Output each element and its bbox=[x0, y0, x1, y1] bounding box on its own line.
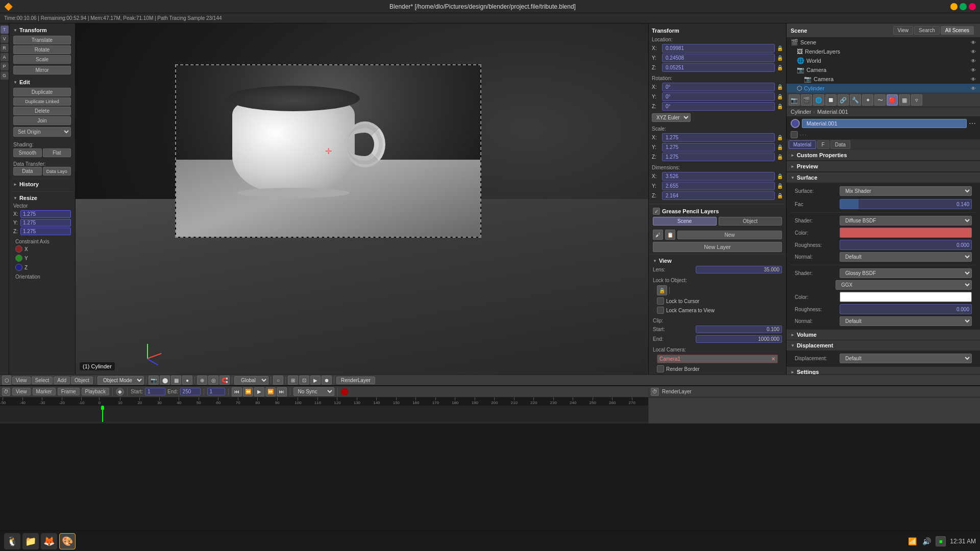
join-button[interactable]: Join bbox=[13, 116, 71, 125]
tl-marker-btn[interactable]: Marker bbox=[33, 388, 56, 395]
data-button[interactable]: Data bbox=[13, 167, 42, 176]
minimize-button[interactable] bbox=[950, 3, 958, 10]
tl-playback-btn[interactable]: Playback bbox=[82, 388, 110, 395]
dim-x-lock[interactable]: 🔒 bbox=[777, 173, 783, 179]
tool-relations[interactable]: R bbox=[1, 44, 9, 52]
vp-render-icon[interactable]: ⬡ bbox=[2, 375, 11, 385]
color2-picker[interactable] bbox=[840, 292, 972, 302]
vp-xray-btn[interactable]: ⊡ bbox=[299, 375, 309, 385]
delete-button[interactable]: Delete bbox=[13, 107, 71, 115]
data-layo-button[interactable]: Data Layo bbox=[43, 167, 71, 176]
world-eye[interactable]: 👁 bbox=[971, 58, 976, 64]
volume-section[interactable]: ► Volume bbox=[787, 330, 980, 340]
fac-slider[interactable]: 0.140 bbox=[840, 199, 972, 209]
tl-icon[interactable]: ⏱ bbox=[2, 388, 10, 396]
render-border-check[interactable] bbox=[657, 365, 664, 372]
scale-x-field[interactable]: 1.275 bbox=[662, 133, 775, 142]
dim-y-lock[interactable]: 🔒 bbox=[777, 183, 783, 189]
camera-child-eye[interactable]: 👁 bbox=[971, 77, 976, 82]
scale-z-field[interactable]: 1.275 bbox=[662, 153, 775, 161]
tl-current-frame[interactable] bbox=[207, 388, 225, 395]
duplicate-linked-button[interactable]: Duplicate Linked bbox=[13, 97, 71, 106]
roughness2-slider[interactable]: 0.000 bbox=[840, 304, 972, 314]
rot-x-field[interactable]: 0° bbox=[662, 83, 775, 91]
normal1-select[interactable]: Default bbox=[840, 252, 972, 262]
tl-jump-end-btn[interactable]: ⏭ bbox=[277, 387, 287, 396]
tool-grease[interactable]: G bbox=[1, 71, 9, 80]
app-browser[interactable]: 🦊 bbox=[41, 533, 57, 549]
surface-select[interactable]: Mix Shader bbox=[840, 186, 972, 196]
dim-y-field[interactable]: 2.655 bbox=[662, 182, 775, 190]
vp-multi-btn[interactable]: ⊞ bbox=[288, 375, 298, 385]
scale-button[interactable]: Scale bbox=[13, 55, 71, 64]
vp-texture-btn[interactable]: ▦ bbox=[171, 375, 181, 385]
material-options[interactable]: ⋯ bbox=[969, 119, 976, 128]
volume-icon[interactable]: 🔊 bbox=[921, 536, 932, 546]
rot-x-lock[interactable]: 🔒 bbox=[777, 84, 783, 90]
tl-keyframe-red[interactable] bbox=[341, 388, 348, 395]
surface-section-header[interactable]: ▼ Surface bbox=[787, 172, 980, 183]
vp-global-select[interactable]: Global bbox=[234, 376, 268, 385]
timeline-track[interactable] bbox=[0, 406, 648, 422]
tool-view[interactable]: V bbox=[1, 35, 9, 43]
gp-new-button[interactable]: New bbox=[677, 231, 782, 239]
x-val[interactable]: 1.275 bbox=[20, 210, 71, 218]
shader2-select[interactable]: Glossy BSDF bbox=[840, 268, 972, 278]
outline-camera-parent[interactable]: 📷 Camera 👁 bbox=[787, 65, 980, 74]
close-button[interactable] bbox=[969, 3, 976, 10]
displacement-select[interactable]: Default bbox=[840, 354, 972, 363]
flat-button[interactable]: Flat bbox=[43, 148, 71, 157]
grease-pencil-header[interactable]: ✓ Grease Pencil Layers bbox=[653, 207, 782, 216]
lens-field[interactable]: 35.000 bbox=[696, 266, 782, 273]
tl-sync-select[interactable]: No Sync bbox=[293, 387, 334, 396]
render-props-icon[interactable]: 📷 bbox=[789, 94, 800, 106]
x-constraint-button[interactable] bbox=[15, 245, 22, 253]
clip-start-field[interactable]: 0.100 bbox=[696, 325, 782, 333]
vp-snap-btn[interactable]: 🧲 bbox=[219, 375, 230, 385]
clip-end-field[interactable]: 1000.000 bbox=[696, 335, 782, 343]
dim-x-field[interactable]: 3.526 bbox=[662, 172, 775, 181]
scale-y-lock[interactable]: 🔒 bbox=[777, 144, 783, 150]
outline-world[interactable]: 🌐 World 👁 bbox=[787, 56, 980, 65]
distribution-select[interactable]: GGX bbox=[836, 280, 972, 290]
z-val[interactable]: 1.275 bbox=[20, 228, 71, 235]
tl-jump-start-btn[interactable]: ⏮ bbox=[232, 387, 242, 396]
lock-cursor-check[interactable] bbox=[657, 297, 664, 305]
app-linux[interactable]: 🐧 bbox=[4, 533, 20, 549]
network-icon[interactable]: 📶 bbox=[907, 536, 917, 546]
scene-eye[interactable]: 👁 bbox=[971, 40, 976, 45]
rot-z-field[interactable]: 0° bbox=[662, 102, 775, 111]
tl-view-btn[interactable]: View bbox=[12, 388, 31, 395]
rotation-mode-select[interactable]: XYZ Euler bbox=[652, 113, 691, 122]
duplicate-button[interactable]: Duplicate bbox=[13, 88, 71, 96]
cylinder-eye[interactable]: 👁 bbox=[971, 86, 976, 91]
tr-icon[interactable]: ⏱ bbox=[651, 388, 659, 396]
gp-new-layer-button[interactable]: New Layer bbox=[653, 242, 782, 252]
tl-prev-frame-btn[interactable]: ⏪ bbox=[243, 387, 253, 396]
data-icon[interactable]: ▿ bbox=[911, 94, 922, 106]
world-props-icon[interactable]: 🌐 bbox=[813, 94, 824, 106]
dim-z-field[interactable]: 2.164 bbox=[662, 191, 775, 200]
tl-end-input[interactable] bbox=[180, 388, 201, 395]
all-scenes-tab[interactable]: All Scenes bbox=[941, 26, 974, 35]
screen-indicator[interactable]: ■ bbox=[936, 536, 946, 546]
outline-camera-child[interactable]: 📷 Camera 👁 bbox=[787, 74, 980, 84]
vp-capture-btn[interactable]: ⏺ bbox=[322, 375, 332, 385]
translate-button[interactable]: Translate bbox=[13, 36, 71, 44]
texture-icon[interactable]: ▦ bbox=[899, 94, 910, 106]
search-tab[interactable]: Search bbox=[914, 26, 940, 35]
vp-object-button[interactable]: Object bbox=[71, 377, 93, 384]
vp-mode-select[interactable]: Object Mode bbox=[97, 376, 144, 385]
particles-icon[interactable]: ✦ bbox=[862, 94, 873, 106]
y-constraint-button[interactable] bbox=[15, 255, 22, 262]
history-section-header[interactable]: History bbox=[13, 180, 71, 188]
scene-props-icon[interactable]: 🎬 bbox=[801, 94, 812, 106]
f-tab[interactable]: F bbox=[817, 140, 829, 149]
lock-camera-check[interactable] bbox=[657, 307, 664, 314]
vp-view-button[interactable]: View bbox=[12, 377, 31, 384]
lock-icon[interactable]: 🔒 bbox=[657, 285, 667, 295]
vp-render-btn[interactable]: 📷 bbox=[149, 375, 159, 385]
data-tab[interactable]: Data bbox=[830, 140, 850, 149]
vp-material-btn[interactable]: ⬤ bbox=[160, 375, 170, 385]
rot-y-lock[interactable]: 🔒 bbox=[777, 94, 783, 99]
